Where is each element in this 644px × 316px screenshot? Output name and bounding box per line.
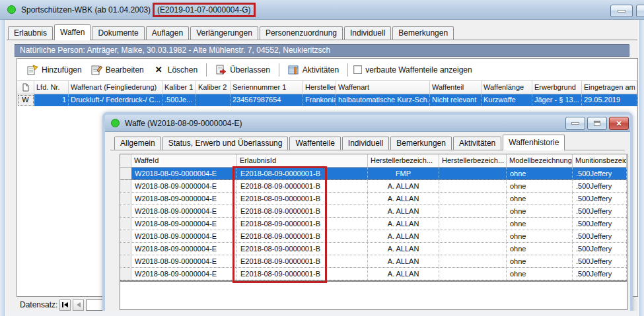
table-cell (439, 255, 507, 267)
tab-verlängerungen[interactable]: Verlängerungen (190, 26, 258, 40)
column-header[interactable]: Waffenlänge (482, 81, 532, 94)
history-table-row[interactable]: W2018-08-09-0000004-EE2018-08-09-0000001… (120, 193, 627, 205)
history-table-row[interactable]: W2018-08-09-0000004-EE2018-08-09-0000001… (120, 243, 627, 255)
column-header[interactable]: Waffenteil (430, 81, 482, 94)
annotation-red-box-title: (E2019-01-07-0000004-G) (153, 3, 255, 17)
delete-button[interactable]: ✕ Löschen (149, 63, 202, 77)
edit-button[interactable]: Bearbeiten (87, 63, 149, 77)
history-table-row[interactable]: W2018-08-09-0000004-EE2018-08-09-0000001… (120, 205, 627, 218)
column-header[interactable]: Hersteller (303, 81, 336, 94)
tab-personenzuordnung[interactable]: Personenzuordnung (260, 26, 343, 40)
first-record-button[interactable] (59, 300, 71, 311)
record-navigator: Datensatz: (20, 299, 112, 311)
document-icon-column-header[interactable] (17, 81, 34, 94)
waffe-close-button[interactable]: ✕ (609, 117, 629, 130)
tab-individuell[interactable]: Individuell (344, 26, 391, 40)
history-table-empty-area (120, 280, 627, 309)
table-cell: E2018-08-09-0000001-B (237, 193, 368, 205)
show-parts-checkbox[interactable]: verbaute Waffenteile anzeigen (353, 65, 472, 75)
history-table-row[interactable]: W2018-08-09-0000004-EE2018-08-09-0000001… (120, 230, 627, 243)
row-selector-cell (120, 230, 131, 242)
table-cell: .500Je... (162, 94, 196, 106)
history-table-row[interactable]: W2018-08-09-0000004-EE2018-08-09-0000001… (120, 218, 627, 230)
weapons-table-header: Lfd. Nr.Waffenart (Feingliederung)Kalibe… (17, 80, 637, 94)
row-selector-cell (120, 180, 131, 192)
tab-waffenhistorie[interactable]: Waffenhistorie (503, 135, 565, 150)
column-header[interactable]: Waffenart (336, 81, 430, 94)
main-titlebar[interactable]: Sportschützen-WBK (ab 01.04.2003) (E2019… (0, 0, 644, 20)
transfer-button[interactable]: Überlassen (211, 63, 275, 77)
form-pencil-icon (91, 65, 102, 75)
table-cell: ohne (507, 268, 573, 280)
table-cell: E2018-08-09-0000001-B (237, 205, 368, 217)
tab-individuell[interactable]: Individuell (342, 137, 389, 150)
column-header[interactable]: Herstellerbezeich... (368, 154, 439, 167)
close-icon: ✕ (616, 119, 622, 128)
table-cell: A. ALLAN (368, 218, 439, 230)
column-header[interactable]: Kaliber 2 (196, 81, 231, 94)
waffe-minimize-button[interactable] (565, 117, 585, 130)
column-header[interactable]: Lfd. Nr. (34, 81, 69, 94)
column-header[interactable]: Seriennummer 1 (231, 81, 303, 94)
tab-aktivitäten[interactable]: Aktivitäten (453, 137, 501, 150)
weapons-toolbar: Hinzufügen Bearbeiten ✕ Löschen (17, 59, 637, 80)
window-border-left (0, 20, 6, 316)
waffe-window: Waffe (W2018-08-09-0000004-E) ✕ Allgemei… (102, 112, 633, 316)
table-cell (439, 243, 507, 255)
tab-bemerkungen[interactable]: Bemerkungen (392, 26, 454, 40)
activities-button[interactable]: Aktivitäten (283, 63, 343, 77)
tab-dokumente[interactable]: Dokumente (92, 26, 144, 40)
history-table-header: WaffeIdErlaubnisIdHerstellerbezeich...He… (120, 154, 627, 168)
table-cell: W2018-08-09-0000004-E (131, 243, 237, 255)
table-cell: W2018-08-09-0000004-E (131, 255, 237, 267)
tab-allgemein[interactable]: Allgemein (114, 137, 161, 150)
table-cell: ohne (507, 168, 573, 179)
weapons-table-selected-row[interactable]: W1Druckluft-/ Federdruck-/ C....500Je...… (17, 94, 637, 106)
table-cell: .500Jeffery (573, 268, 627, 280)
column-header[interactable]: Kaliber 1 (162, 81, 196, 94)
row-selector-cell (120, 205, 131, 217)
prev-record-icon (77, 302, 81, 307)
prev-record-button[interactable] (73, 300, 84, 311)
tab-waffenteile[interactable]: Waffenteile (289, 137, 340, 150)
waffe-window-controls: ✕ (565, 117, 629, 130)
table-cell: A. ALLAN (368, 193, 439, 205)
table-cell (439, 180, 507, 192)
history-table-row[interactable]: W2018-08-09-0000004-EE2018-08-09-0000001… (120, 268, 627, 280)
history-table-row[interactable]: W2018-08-09-0000004-EE2018-08-09-0000001… (120, 180, 627, 193)
tab-waffen[interactable]: Waffen (54, 24, 90, 40)
column-header[interactable]: WaffeId (131, 154, 237, 167)
minimize-icon (571, 122, 579, 125)
column-header[interactable]: Waffenart (Feingliederung) (69, 81, 162, 94)
row-selector-column-header[interactable] (120, 154, 131, 167)
column-header[interactable]: Herstellerbezeich... (439, 154, 507, 167)
table-cell: A. ALLAN (368, 230, 439, 242)
checkbox-icon (353, 65, 362, 74)
column-header[interactable]: Munitionsbezeich... (573, 154, 627, 167)
column-header[interactable]: Modellbezeichnung (507, 154, 573, 167)
history-table-row[interactable]: W2018-08-09-0000004-EE2018-08-09-0000001… (120, 255, 627, 268)
tab-erlaubnis[interactable]: Erlaubnis (8, 26, 53, 40)
history-table-row[interactable]: W2018-08-09-0000004-EE2018-08-09-0000001… (120, 168, 627, 180)
tab-auflagen[interactable]: Auflagen (146, 26, 189, 40)
waffe-maximize-button[interactable] (587, 117, 607, 130)
table-cell (439, 168, 507, 179)
tab-bemerkungen[interactable]: Bemerkungen (390, 137, 452, 150)
status-green-icon (7, 5, 16, 14)
new-record-page-icon (27, 65, 38, 75)
column-header[interactable]: Erwerbgrund (532, 81, 582, 94)
column-header[interactable]: Eingetragen am (582, 81, 637, 94)
restore-button[interactable] (636, 5, 644, 17)
add-button[interactable]: Hinzufügen (22, 63, 87, 77)
table-cell: E2018-08-09-0000001-B (237, 268, 368, 280)
row-selector-cell: W (17, 94, 34, 106)
table-cell (439, 193, 507, 205)
table-cell: Jäger - § 13... (532, 94, 582, 106)
table-cell: ohne (507, 218, 573, 230)
table-cell (439, 268, 507, 280)
table-cell: Druckluft-/ Federdruck-/ C... (69, 94, 162, 106)
tab-status-erwerb-und-überlassung[interactable]: Status, Erwerb und Überlassung (162, 137, 289, 150)
column-header[interactable]: ErlaubnisId (237, 154, 368, 167)
waffe-titlebar[interactable]: Waffe (W2018-08-09-0000004-E) ✕ (105, 115, 630, 132)
minimize-button[interactable] (610, 5, 633, 17)
